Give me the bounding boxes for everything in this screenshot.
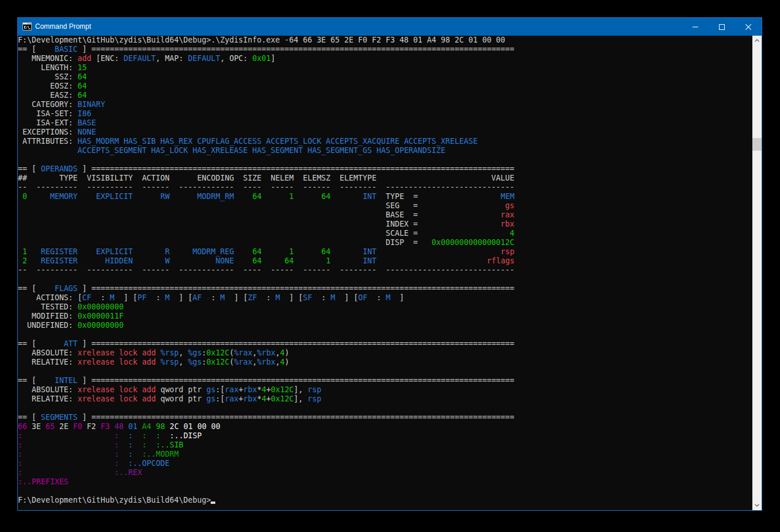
scrollbar-thumb[interactable] (752, 138, 762, 151)
text-run: %rax (234, 358, 253, 366)
text-run: : (367, 293, 386, 302)
text-run (294, 192, 321, 201)
text-run: rax (225, 395, 238, 403)
text-run: NONE (78, 128, 96, 136)
text-run: rbx (243, 395, 257, 403)
terminal-line: MNEMONIC: add [ENC: DEFAULT, MAP: DEFAUL… (18, 54, 515, 63)
terminal-line: == [ OPERANDS ] ========================… (18, 164, 515, 174)
text-run: RW (161, 192, 170, 201)
text-run: ] ======================================… (78, 413, 515, 422)
terminal-line: 1 REGISTER EXPLICIT R MODRM_REG 64 1 64 … (18, 247, 515, 257)
text-run: : (18, 431, 22, 440)
text-run: MODRM_REG (193, 247, 234, 256)
text-run: 0x12C (207, 358, 230, 366)
text-run: : (156, 431, 161, 440)
text-run: ] [ (280, 293, 303, 302)
text-run: ], (294, 395, 307, 403)
text-run: ABSOLUTE: (18, 349, 78, 357)
text-run: ] ======================================… (78, 339, 515, 348)
text-run: ABSOLUTE: (18, 385, 78, 394)
text-run: M (110, 293, 115, 302)
text-run (119, 450, 128, 458)
text-run: 0x01 (252, 54, 271, 63)
terminal-line: UNDEFINED: 0x00000000 (18, 321, 515, 330)
text-run: 0x000000000000012C (432, 238, 515, 247)
text-run: xrelease (78, 385, 115, 394)
text-run: EOSZ: (18, 82, 78, 90)
text-run: ISA-EXT: (18, 118, 78, 127)
text-run: :..MODRM (142, 450, 179, 458)
text-run (18, 146, 78, 155)
text-run: F2 (82, 422, 101, 431)
terminal-line: ## TYPE VISIBILITY ACTION ENCODING SIZE … (18, 174, 515, 183)
text-run (27, 247, 41, 256)
terminal-line: ATTRIBUTES: HAS_MODRM HAS_SIB HAS_REX CP… (18, 137, 515, 146)
text-run (138, 395, 142, 403)
text-run: FLAGS (55, 284, 78, 293)
text-run: TESTED: (18, 303, 78, 311)
maximize-button[interactable] (709, 18, 735, 36)
text-run: F0 (73, 422, 82, 431)
titlebar[interactable]: Command Prompt (18, 18, 762, 36)
text-run: ACCEPTS_SEGMENT HAS_LOCK HAS_XRELEASE HA… (78, 146, 446, 155)
text-run (165, 422, 170, 431)
terminal-line: : : : : : :..DISP (18, 431, 515, 441)
vertical-scrollbar[interactable] (752, 36, 762, 510)
text-run: 2E (55, 422, 73, 431)
text-run: gs (207, 395, 216, 403)
text-run (119, 431, 128, 440)
minimize-button[interactable] (682, 18, 709, 36)
text-run: OF (358, 293, 367, 302)
terminal-line: SSZ: 64 (18, 72, 515, 82)
text-run: lock (119, 349, 138, 357)
text-run (170, 192, 197, 201)
text-run: BINARY (78, 100, 105, 109)
text-run (207, 422, 211, 431)
scroll-up-button[interactable] (752, 36, 762, 45)
text-run: ) (284, 358, 289, 366)
console-viewport[interactable]: F:\Development\GitHub\zydis\Build64\Debu… (18, 36, 762, 510)
text-run: MEM (501, 192, 515, 201)
terminal-line: == [ BASIC ] ===========================… (18, 45, 515, 54)
text-run: AF (193, 293, 202, 302)
text-run: TYPE = (376, 192, 501, 201)
text-run (119, 441, 128, 449)
text-run: : (257, 293, 275, 302)
terminal-line: EASZ: 64 (18, 91, 515, 100)
text-run: LENGTH: (18, 63, 78, 72)
text-run: : (18, 468, 22, 477)
text-run: : (312, 293, 330, 302)
text-run: 66 (18, 422, 27, 431)
text-run: : (115, 450, 119, 458)
text-run: 0 (22, 192, 27, 201)
terminal-line (18, 487, 515, 496)
text-run: MEMORY (50, 192, 78, 201)
text-run: SCALE = (18, 229, 510, 238)
terminal-line: == [ SEGMENTS ] ========================… (18, 413, 515, 422)
text-run: SSZ: (18, 72, 78, 81)
text-run: xrelease (78, 349, 115, 357)
text-run (119, 459, 128, 468)
text-run (22, 468, 115, 477)
text-run: -- --------- ---------- ------ ---------… (18, 183, 515, 192)
text-run (133, 192, 161, 201)
terminal-line: DISP = 0x000000000000012C (18, 238, 515, 247)
text-run: ] [ (335, 293, 358, 302)
text-run: lock (119, 395, 138, 403)
text-run (27, 192, 50, 201)
text-run (22, 441, 115, 449)
text-run: INTEL (55, 376, 78, 385)
terminal-line: ISA-EXT: BASE (18, 118, 515, 128)
text-run: 01 (184, 422, 193, 431)
terminal-line (18, 275, 515, 284)
terminal-line: -- --------- ---------- ------ ---------… (18, 183, 515, 192)
text-run: :..SIB (156, 441, 184, 449)
text-run (27, 257, 41, 265)
text-run (193, 422, 197, 431)
scroll-down-button[interactable] (752, 500, 762, 510)
text-run: : (18, 441, 22, 449)
text-run: RELATIVE: (18, 358, 78, 366)
text-run: add (142, 385, 156, 394)
text-run (156, 358, 161, 366)
close-button[interactable] (735, 18, 762, 36)
